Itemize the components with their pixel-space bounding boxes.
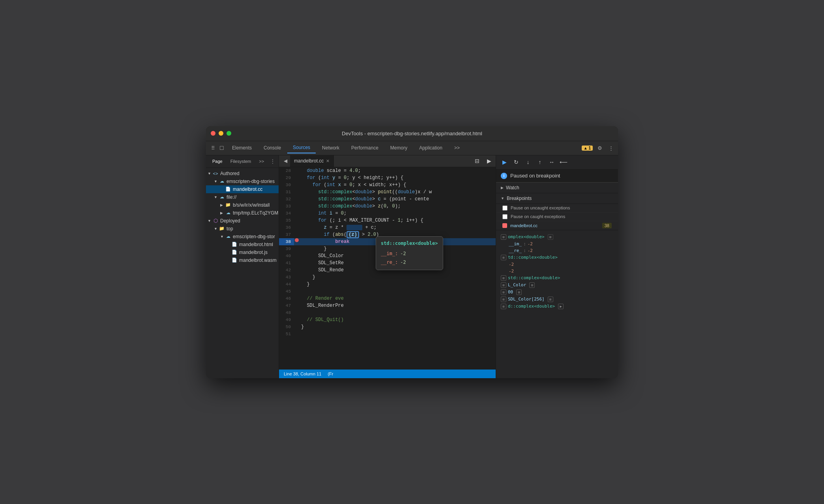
tree-mandelbrot-js[interactable]: 📄 mandelbrot.js: [206, 248, 279, 256]
frame-info: (Fr: [328, 371, 333, 376]
settings-icon[interactable]: ⚙: [596, 144, 604, 152]
bp-filename: mandelbrot.cc: [510, 223, 537, 228]
close-button[interactable]: [211, 131, 215, 136]
breakpoints-title: Breakpoints: [507, 196, 532, 201]
var-row-lcolor: ⊞ L_Color ⊞: [496, 282, 618, 289]
tab-network[interactable]: Network: [316, 143, 345, 153]
tree-mandelbrot-cc[interactable]: 📄 mandelbrot.cc: [206, 185, 279, 193]
var-row-00: ⊞ 00 ⊞: [496, 289, 618, 296]
window-title: DevTools - emscripten-dbg-stories.netlif…: [342, 131, 482, 136]
expand-icon-6[interactable]: ⊞: [501, 297, 506, 302]
memory-icon-1: ⊞: [548, 234, 553, 240]
inspect-icon[interactable]: ⠿: [209, 144, 217, 152]
code-line-29: 29 for (int y = 0; y < height; y++) {: [279, 174, 496, 181]
tab-performance[interactable]: Performance: [346, 143, 384, 153]
watch-section-header[interactable]: ▶ Watch: [496, 183, 618, 193]
tree-emscripten-cloud[interactable]: ▼ ☁ emscripten-dbg-stories: [206, 177, 279, 185]
var-row-val1: -2: [496, 261, 618, 268]
breakpoints-header[interactable]: ▼ Breakpoints: [496, 193, 618, 204]
tree-deployed[interactable]: ▼ ⬡ Deployed: [206, 217, 279, 225]
file-tab-close[interactable]: ✕: [326, 159, 330, 164]
center-panel: ◀ mandelbrot.cc ✕ ⊟ ▶ 28 double scale = …: [279, 155, 496, 378]
tab-sources[interactable]: Sources: [287, 142, 316, 153]
step-over-button[interactable]: ↻: [511, 157, 521, 167]
code-line-30: 30 for (int x = 0; x < width; x++) {: [279, 181, 496, 189]
expand-icon-4[interactable]: ⊞: [501, 282, 506, 288]
code-line-49: 49 // SDL_Quit(): [279, 316, 496, 323]
code-line-28: 28 double scale = 4.0;: [279, 167, 496, 174]
tooltip-val-im: -2: [400, 250, 406, 257]
code-line-51: 51: [279, 330, 496, 338]
code-line-46: 46 // Render eve: [279, 295, 496, 302]
tooltip-header: std::complex<double>: [381, 240, 438, 247]
expand-icon-5[interactable]: ⊞: [501, 289, 506, 295]
device-icon[interactable]: ☐: [218, 144, 226, 152]
breakpoints-section: ▼ Breakpoints Pause on uncaught exceptio…: [496, 193, 618, 230]
warning-badge: ▲ 1: [582, 146, 593, 151]
code-line-36: 36 z = z * + c;: [279, 224, 496, 231]
more-icon[interactable]: ⋮: [607, 144, 615, 152]
code-line-50: 50 }: [279, 323, 496, 330]
tab-right-icons: ▲ 1 ⚙ ⋮: [582, 144, 615, 152]
back-icon[interactable]: ◀: [281, 156, 290, 166]
tree-emscripten-deploy[interactable]: ▼ ☁ emscripten-dbg-stor: [206, 233, 279, 241]
code-line-44: 44 }: [279, 281, 496, 288]
file-tab-mandelbrot-cc[interactable]: mandelbrot.cc ✕: [290, 155, 334, 167]
format-icon[interactable]: ⊟: [472, 156, 482, 166]
memory-icon-2: ⊞: [529, 282, 535, 288]
var-row-complex2: ⊞ td::complex<double>: [496, 254, 618, 261]
minimize-button[interactable]: [219, 131, 223, 136]
tab-application[interactable]: Application: [414, 143, 448, 153]
expand-icon-3[interactable]: ⊞: [501, 275, 506, 281]
sidebar-tabs: Page Filesystem >> ⋮: [206, 155, 279, 168]
tab-console[interactable]: Console: [258, 143, 287, 153]
sidebar-tab-page[interactable]: Page: [209, 157, 226, 165]
tree-top[interactable]: ▼ 📁 top: [206, 225, 279, 233]
sidebar-options-icon[interactable]: ⋮: [270, 158, 275, 164]
code-line-35: 35 for (; i < MAX_ITER_COUNT - 1; i++) {: [279, 217, 496, 224]
code-editor[interactable]: 28 double scale = 4.0; 29 for (int y = 0…: [279, 167, 496, 370]
tree-mandelbrot-html[interactable]: 📄 mandelbrot.html: [206, 241, 279, 248]
sidebar-tab-filesystem[interactable]: Filesystem: [227, 157, 255, 165]
tab-overflow[interactable]: >>: [449, 143, 465, 153]
step-out-button[interactable]: ↑: [535, 157, 545, 167]
expand-icon-7[interactable]: ⊞: [501, 304, 506, 309]
watch-arrow: ▶: [501, 186, 504, 190]
tree-file[interactable]: ▼ ☁ file://: [206, 193, 279, 201]
file-wasm-icon: 📄: [231, 257, 238, 263]
tree-tmp[interactable]: ▶ ☁ tmp/tmp.ELcTq2YGM: [206, 209, 279, 217]
sidebar-tab-overflow[interactable]: >>: [256, 157, 267, 165]
tab-memory[interactable]: Memory: [385, 143, 413, 153]
tree-install[interactable]: ▶ 📁 b/s/w/ir/x/w/install: [206, 201, 279, 209]
cloud-icon-2: ☁: [219, 194, 225, 200]
var-row-sdlcolor: ⊞ SDL_Color[256] ⊞: [496, 296, 618, 303]
tree-authored[interactable]: ▼ <> Authored: [206, 170, 279, 177]
forward-icon[interactable]: ▶: [484, 156, 494, 166]
tooltip-key-re: __re_:: [381, 259, 398, 266]
deactivate-button[interactable]: ⟵: [558, 157, 569, 167]
cloud-icon-3: ☁: [225, 210, 231, 216]
file-tab-name: mandelbrot.cc: [294, 158, 324, 164]
pause-caught-checkbox[interactable]: [502, 214, 508, 219]
resume-button[interactable]: ▶: [499, 157, 509, 167]
step-into-button[interactable]: ↓: [523, 157, 533, 167]
breakpoint-icon: [502, 223, 507, 228]
expand-icon-2[interactable]: ⊞: [501, 255, 506, 260]
tab-elements[interactable]: Elements: [227, 143, 257, 153]
bp-linenum: 38: [602, 223, 612, 228]
paused-banner: i Paused on breakpoint: [496, 170, 618, 183]
step-button[interactable]: ↔: [547, 157, 557, 167]
main-content: Page Filesystem >> ⋮ ▼ <> Authored ▼ ☁ e…: [206, 155, 618, 378]
breakpoint-item-1: mandelbrot.cc 38: [496, 221, 618, 230]
pause-caught-row: Pause on caught exceptions: [496, 213, 618, 221]
pause-uncaught-checkbox[interactable]: [502, 205, 508, 211]
brackets-icon: <>: [212, 170, 219, 177]
variable-tooltip: std::complex<double> __im_: -2 __re_: -2: [376, 236, 443, 270]
pause-uncaught-row: Pause on uncaught exceptions: [496, 204, 618, 213]
cloud-icon-4: ☁: [225, 233, 231, 240]
maximize-button[interactable]: [227, 131, 231, 136]
tree-mandelbrot-wasm[interactable]: 📄 mandelbrot.wasm: [206, 256, 279, 264]
memory-icon-3: ⊞: [516, 289, 522, 295]
code-line-47: 47 SDL_RenderPre: [279, 302, 496, 309]
expand-icon-1[interactable]: ⊞: [501, 234, 506, 240]
